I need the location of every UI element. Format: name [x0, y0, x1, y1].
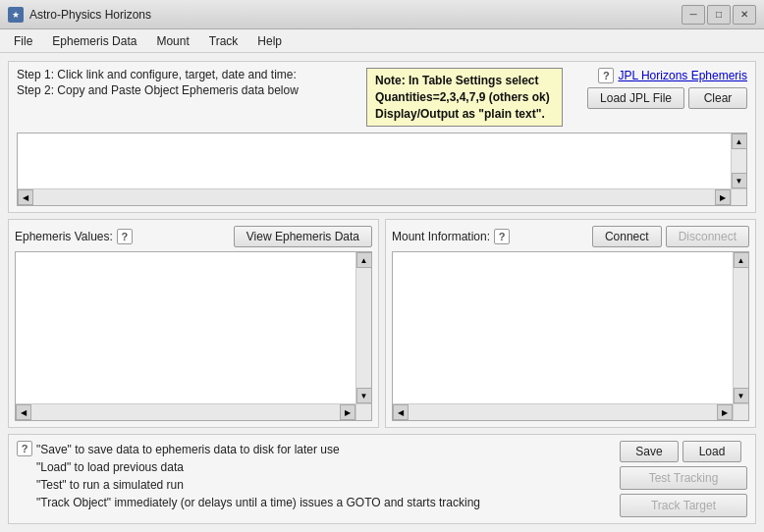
bottom-line2: "Load" to load previous data — [36, 458, 480, 476]
top-panel-header: Step 1: Click link and configure, target… — [17, 68, 747, 127]
mount-info-area: ▲ ▼ ◀ ▶ — [392, 251, 749, 421]
title-bar-left: ★ Astro-Physics Horizons — [8, 7, 151, 23]
menu-file[interactable]: File — [4, 32, 42, 50]
disconnect-button[interactable]: Disconnect — [666, 226, 749, 247]
mount-scroll-right[interactable]: ▶ — [717, 404, 733, 420]
mount-scroll-left[interactable]: ◀ — [393, 404, 409, 420]
steps-area: Step 1: Click link and configure, target… — [17, 68, 358, 97]
maximize-button[interactable]: □ — [707, 5, 731, 25]
eph-track-h — [31, 404, 340, 420]
top-panel: Step 1: Click link and configure, target… — [8, 61, 756, 213]
jpl-link[interactable]: JPL Horizons Ephemeris — [618, 69, 747, 82]
note-box: Note: In Table Settings selectQuantities… — [366, 68, 563, 127]
scroll-left-arrow[interactable]: ◀ — [18, 189, 33, 205]
ephemeris-panel-header: Ephemeris Values: ? View Ephemeris Data — [15, 226, 372, 247]
ephemeris-values-area: ▲ ▼ ◀ ▶ — [15, 251, 372, 421]
mount-help-icon[interactable]: ? — [494, 229, 510, 244]
bottom-line4: "Track Object" immediately (or delays un… — [36, 494, 480, 511]
mount-track-h — [409, 404, 717, 420]
mount-track-v — [734, 268, 748, 388]
top-panel-buttons: Load JPL File Clear — [587, 87, 747, 109]
mount-buttons: Connect Disconnect — [592, 226, 749, 247]
bottom-help-icon[interactable]: ? — [17, 441, 32, 456]
eph-scroll-down[interactable]: ▼ — [356, 388, 372, 403]
step1-text: Step 1: Click link and configure, target… — [17, 68, 358, 81]
scroll-track-v — [732, 149, 746, 173]
ephemeris-label: Ephemeris Values: — [15, 230, 113, 243]
jpl-help-icon[interactable]: ? — [598, 68, 614, 83]
ephemeris-values-textarea[interactable] — [16, 252, 355, 403]
title-bar: ★ Astro-Physics Horizons ─ □ ✕ — [0, 0, 764, 29]
menu-ephemeris[interactable]: Ephemeris Data — [42, 32, 146, 50]
menu-mount[interactable]: Mount — [146, 32, 198, 50]
window-title: Astro-Physics Horizons — [29, 8, 151, 22]
load-button[interactable]: Load — [682, 441, 741, 462]
ephemeris-panel: Ephemeris Values: ? View Ephemeris Data … — [8, 219, 379, 428]
ephemeris-paste-area: ▲ ▼ ◀ ▶ — [17, 133, 747, 206]
mount-panel-header: Mount Information: ? Connect Disconnect — [392, 226, 749, 247]
close-button[interactable]: ✕ — [733, 5, 756, 25]
scroll-corner — [731, 188, 746, 205]
eph-scroll-right[interactable]: ▶ — [340, 404, 355, 420]
eph-scroll-left[interactable]: ◀ — [16, 404, 31, 420]
load-jpl-button[interactable]: Load JPL File — [587, 87, 684, 109]
mount-panel: Mount Information: ? Connect Disconnect … — [385, 219, 756, 428]
mount-scroll-corner — [733, 403, 748, 420]
ephemeris-scrollbar-h[interactable]: ◀ ▶ — [16, 403, 355, 420]
menu-bar: File Ephemeris Data Mount Track Help — [0, 29, 764, 53]
bottom-line3: "Test" to run a simulated run — [36, 476, 480, 494]
eph-scroll-up[interactable]: ▲ — [356, 252, 372, 268]
mount-info-textarea[interactable] — [393, 252, 733, 403]
window-controls: ─ □ ✕ — [682, 5, 756, 25]
paste-scrollbar-h[interactable]: ◀ ▶ — [18, 188, 731, 205]
menu-help[interactable]: Help — [247, 32, 292, 50]
paste-scrollbar-v[interactable]: ▲ ▼ — [731, 133, 746, 188]
middle-row: Ephemeris Values: ? View Ephemeris Data … — [8, 219, 756, 428]
eph-track-v — [356, 268, 371, 388]
ephemeris-scrollbar-v[interactable]: ▲ ▼ — [355, 252, 371, 403]
track-target-button[interactable]: Track Target — [620, 494, 747, 517]
mount-scrollbar-v[interactable]: ▲ ▼ — [733, 252, 748, 403]
bottom-line1: "Save" to save data to ephemeris data to… — [36, 441, 480, 458]
mount-scroll-up[interactable]: ▲ — [734, 252, 749, 268]
scroll-up-arrow[interactable]: ▲ — [732, 133, 747, 149]
mount-scrollbar-h[interactable]: ◀ ▶ — [393, 403, 733, 420]
bottom-instructions: "Save" to save data to ephemeris data to… — [36, 441, 480, 511]
note-text: Note: In Table Settings selectQuantities… — [375, 74, 550, 121]
app-icon: ★ — [8, 7, 24, 23]
clear-button[interactable]: Clear — [688, 87, 747, 109]
bottom-right: Save Load Test Tracking Track Target — [620, 441, 747, 517]
view-ephemeris-button[interactable]: View Ephemeris Data — [234, 226, 372, 247]
eph-scroll-corner — [355, 403, 371, 420]
test-tracking-button[interactable]: Test Tracking — [620, 466, 747, 490]
scroll-right-arrow[interactable]: ▶ — [715, 189, 731, 205]
menu-track[interactable]: Track — [199, 32, 248, 50]
connect-button[interactable]: Connect — [592, 226, 662, 247]
bottom-left: ? "Save" to save data to ephemeris data … — [17, 441, 612, 517]
scroll-down-arrow[interactable]: ▼ — [732, 173, 747, 188]
mount-scroll-down[interactable]: ▼ — [734, 388, 749, 403]
save-button[interactable]: Save — [620, 441, 679, 462]
scroll-track-h — [33, 189, 715, 205]
main-content: Step 1: Click link and configure, target… — [0, 53, 764, 532]
mount-label-area: Mount Information: ? — [392, 229, 510, 244]
ephemeris-label-area: Ephemeris Values: ? — [15, 229, 133, 244]
minimize-button[interactable]: ─ — [682, 5, 705, 25]
mount-label: Mount Information: — [392, 230, 490, 243]
ephemeris-help-icon[interactable]: ? — [117, 229, 133, 244]
step2-text: Step 2: Copy and Paste Object Ephemeris … — [17, 83, 358, 97]
save-load-row: Save Load — [620, 441, 747, 462]
bottom-panel: ? "Save" to save data to ephemeris data … — [8, 434, 756, 524]
top-panel-right: ? JPL Horizons Ephemeris Load JPL File C… — [571, 68, 747, 109]
